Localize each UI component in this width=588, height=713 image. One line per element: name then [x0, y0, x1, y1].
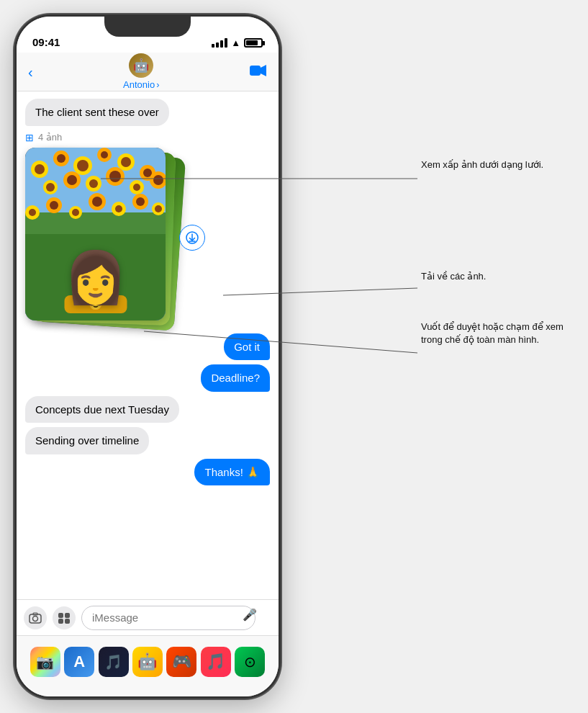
- dock-shazam-app[interactable]: 🎵: [99, 647, 129, 677]
- svg-rect-0: [250, 66, 261, 76]
- contact-info[interactable]: 🤖 Antonio ›: [123, 53, 159, 90]
- svg-point-8: [77, 160, 89, 171]
- dock-music-app[interactable]: 🎵: [201, 647, 231, 677]
- svg-rect-50: [65, 613, 70, 618]
- contact-name-chevron: ›: [156, 79, 159, 90]
- svg-rect-52: [65, 619, 70, 624]
- svg-point-20: [89, 179, 98, 188]
- message-row-sent-deadline: Deadline?: [25, 364, 270, 392]
- bubble-received-timeline: Sending over timeline: [25, 427, 149, 454]
- bubble-text-thanks: Thanks! 🙏: [204, 466, 260, 478]
- apps-icon: [58, 612, 71, 624]
- annotation-download-label: Tải về các ảnh.: [421, 270, 565, 283]
- photo-card-front[interactable]: 👩 😎: [25, 148, 166, 320]
- contact-name: Antonio ›: [123, 79, 159, 90]
- input-area: 🎤: [17, 599, 279, 635]
- svg-point-14: [143, 169, 152, 177]
- signal-bar-3: [220, 40, 223, 48]
- message-row-sent-thanks: Thanks! 🙏: [25, 459, 270, 486]
- bubble-sent-deadline: Deadline?: [201, 364, 270, 392]
- svg-point-36: [92, 197, 102, 207]
- dock-photos-app[interactable]: 📷: [30, 647, 60, 677]
- svg-point-10: [101, 151, 108, 158]
- svg-point-22: [109, 171, 121, 182]
- svg-point-38: [115, 205, 122, 212]
- grid-icon: ⊞: [25, 132, 34, 143]
- svg-point-34: [72, 209, 79, 216]
- app-dock: 📷 A 🎵 🤖 🎮 🎵 ⊙: [17, 635, 279, 696]
- camera-button[interactable]: [24, 606, 47, 629]
- dock-memoji-app[interactable]: 🤖: [132, 647, 163, 677]
- svg-point-12: [121, 157, 131, 167]
- video-icon: [250, 64, 267, 77]
- dock-fitness-app[interactable]: ⊙: [235, 647, 265, 677]
- message-row-received-concepts: Concepts due next Tuesday: [25, 396, 270, 423]
- message-input[interactable]: [81, 606, 255, 630]
- shazam-icon: 🎵: [104, 653, 122, 671]
- apps-button[interactable]: [53, 606, 76, 629]
- annotation-download-text: Tải về các ảnh.: [421, 271, 486, 282]
- microphone-button[interactable]: 🎤: [243, 608, 257, 622]
- back-button[interactable]: ‹: [28, 65, 33, 79]
- svg-point-16: [46, 183, 55, 192]
- dock-game-app[interactable]: 🎮: [166, 647, 196, 677]
- appstore-icon: A: [73, 653, 85, 671]
- download-icon: [186, 231, 199, 244]
- download-button[interactable]: [179, 225, 205, 251]
- fitness-icon: ⊙: [244, 653, 256, 671]
- memoji-icon: 🤖: [137, 653, 157, 671]
- nav-bar: ‹ 🤖 Antonio ›: [17, 53, 279, 91]
- photo-container: ⊞ 4 ảnh: [25, 132, 176, 328]
- status-time: 09:41: [32, 36, 60, 48]
- video-call-button[interactable]: [250, 63, 267, 81]
- messages-area[interactable]: The client sent these over ⊞ 4 ảnh: [17, 91, 279, 599]
- signal-bars-icon: [212, 38, 227, 48]
- photo-stack[interactable]: 👩 😎: [25, 148, 176, 328]
- bubble-received-1: The client sent these over: [25, 99, 169, 126]
- dock-appstore-app[interactable]: A: [64, 647, 94, 677]
- notch: [104, 17, 191, 37]
- message-input-wrapper: 🎤: [81, 606, 271, 630]
- message-row-sent-got-it: Got it: [25, 333, 270, 361]
- svg-point-40: [136, 197, 145, 206]
- bubble-text-1: The client sent these over: [35, 106, 159, 118]
- svg-point-6: [57, 154, 65, 163]
- svg-point-32: [50, 201, 58, 210]
- photos-icon: 📷: [36, 653, 54, 671]
- message-row-received-timeline: Sending over timeline: [25, 427, 270, 454]
- annotation-grid-label: Xem xấp ảnh dưới dạng lưới.: [421, 158, 565, 171]
- bubble-sent-got-it: Got it: [224, 333, 270, 361]
- svg-point-26: [153, 175, 163, 185]
- bubble-text-concepts: Concepts due next Tuesday: [35, 403, 169, 416]
- camera-icon: [29, 612, 42, 624]
- svg-marker-1: [261, 65, 266, 76]
- status-icons: ▲: [212, 37, 263, 48]
- svg-point-4: [35, 164, 45, 174]
- signal-bar-1: [212, 44, 214, 48]
- bubble-text-timeline: Sending over timeline: [35, 434, 139, 447]
- contact-name-text: Antonio: [123, 79, 155, 90]
- svg-rect-49: [58, 613, 63, 618]
- photo-message-section: ⊞ 4 ảnh: [25, 132, 270, 328]
- bubble-text-deadline: Deadline?: [211, 372, 260, 384]
- svg-point-47: [33, 616, 38, 621]
- message-row-received-1: The client sent these over: [25, 99, 270, 126]
- photo-count-bar: ⊞ 4 ảnh: [25, 132, 176, 143]
- annotation-swipe-text: Vuốt để duyệt hoặc chạm để xem trong chế…: [421, 321, 564, 345]
- svg-point-18: [67, 175, 77, 185]
- battery-icon: [244, 38, 263, 48]
- svg-point-42: [155, 205, 162, 212]
- contact-avatar: 🤖: [129, 53, 153, 78]
- annotation-grid-text: Xem xấp ảnh dưới dạng lưới.: [421, 159, 543, 170]
- photo-person: 👩 😎: [64, 252, 127, 313]
- photo-count-text: 4 ảnh: [38, 132, 62, 143]
- bubble-received-concepts: Concepts due next Tuesday: [25, 396, 179, 423]
- wifi-icon: ▲: [231, 37, 240, 48]
- music-icon: 🎵: [206, 653, 225, 671]
- phone-wrapper: 09:41 ▲ ‹ 🤖: [0, 0, 588, 713]
- game-icon: 🎮: [172, 653, 191, 671]
- svg-point-30: [29, 209, 36, 216]
- bubble-text-got-it: Got it: [234, 341, 260, 353]
- annotation-swipe-label: Vuốt để duyệt hoặc chạm để xem trong chế…: [421, 320, 572, 346]
- bubble-sent-thanks: Thanks! 🙏: [194, 459, 270, 486]
